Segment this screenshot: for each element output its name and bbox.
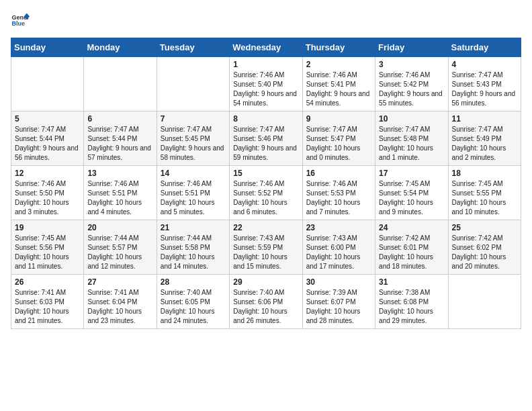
day-number: 27 <box>87 277 152 287</box>
day-info: Sunrise: 7:45 AM Sunset: 5:54 PM Dayligh… <box>379 179 444 217</box>
day-number: 12 <box>15 169 80 178</box>
day-number: 20 <box>87 223 152 232</box>
calendar-day-cell: 31Sunrise: 7:38 AM Sunset: 6:08 PM Dayli… <box>375 275 448 329</box>
day-number: 18 <box>452 169 517 178</box>
day-number: 29 <box>233 277 298 287</box>
calendar-day-cell: 16Sunrise: 7:46 AM Sunset: 5:53 PM Dayli… <box>302 166 375 220</box>
calendar-week-row: 12Sunrise: 7:46 AM Sunset: 5:50 PM Dayli… <box>11 166 521 220</box>
calendar-day-cell: 28Sunrise: 7:40 AM Sunset: 6:05 PM Dayli… <box>157 275 229 329</box>
calendar-week-row: 26Sunrise: 7:41 AM Sunset: 6:03 PM Dayli… <box>11 275 521 329</box>
day-info: Sunrise: 7:45 AM Sunset: 5:56 PM Dayligh… <box>15 234 80 271</box>
day-info: Sunrise: 7:47 AM Sunset: 5:43 PM Dayligh… <box>452 71 517 108</box>
day-number: 8 <box>233 114 298 124</box>
day-info: Sunrise: 7:46 AM Sunset: 5:51 PM Dayligh… <box>161 179 226 217</box>
logo: General Blue <box>11 11 32 30</box>
calendar-day-cell: 30Sunrise: 7:39 AM Sunset: 6:07 PM Dayli… <box>302 275 375 329</box>
calendar-day-cell: 17Sunrise: 7:45 AM Sunset: 5:54 PM Dayli… <box>375 166 448 220</box>
day-info: Sunrise: 7:46 AM Sunset: 5:42 PM Dayligh… <box>379 71 444 108</box>
day-info: Sunrise: 7:43 AM Sunset: 6:00 PM Dayligh… <box>306 234 371 271</box>
empty-day-cell <box>448 275 521 329</box>
day-number: 9 <box>306 114 371 124</box>
day-number: 4 <box>452 60 517 69</box>
calendar-day-cell: 24Sunrise: 7:42 AM Sunset: 6:01 PM Dayli… <box>375 220 448 275</box>
day-info: Sunrise: 7:47 AM Sunset: 5:48 PM Dayligh… <box>379 125 444 163</box>
calendar-day-cell: 2Sunrise: 7:46 AM Sunset: 5:41 PM Daylig… <box>302 57 375 111</box>
day-number: 3 <box>379 60 444 69</box>
calendar-day-cell: 25Sunrise: 7:42 AM Sunset: 6:02 PM Dayli… <box>448 220 521 275</box>
calendar-day-cell: 10Sunrise: 7:47 AM Sunset: 5:48 PM Dayli… <box>375 111 448 166</box>
logo-icon: General Blue <box>11 11 30 30</box>
day-number: 21 <box>161 223 226 232</box>
day-info: Sunrise: 7:46 AM Sunset: 5:52 PM Dayligh… <box>233 179 298 217</box>
calendar-day-cell: 15Sunrise: 7:46 AM Sunset: 5:52 PM Dayli… <box>230 166 302 220</box>
day-info: Sunrise: 7:45 AM Sunset: 5:55 PM Dayligh… <box>452 179 517 217</box>
calendar-day-cell: 27Sunrise: 7:41 AM Sunset: 6:04 PM Dayli… <box>84 275 157 329</box>
day-number: 23 <box>306 223 371 232</box>
calendar-day-cell: 23Sunrise: 7:43 AM Sunset: 6:00 PM Dayli… <box>302 220 375 275</box>
day-info: Sunrise: 7:46 AM Sunset: 5:51 PM Dayligh… <box>87 179 152 217</box>
svg-text:Blue: Blue <box>11 20 25 27</box>
calendar-day-cell: 6Sunrise: 7:47 AM Sunset: 5:44 PM Daylig… <box>84 111 157 166</box>
calendar-week-row: 1Sunrise: 7:46 AM Sunset: 5:40 PM Daylig… <box>11 57 521 111</box>
day-number: 19 <box>15 223 80 232</box>
calendar-day-cell: 19Sunrise: 7:45 AM Sunset: 5:56 PM Dayli… <box>11 220 84 275</box>
calendar-day-cell: 5Sunrise: 7:47 AM Sunset: 5:44 PM Daylig… <box>11 111 84 166</box>
calendar-day-cell: 29Sunrise: 7:40 AM Sunset: 6:06 PM Dayli… <box>230 275 302 329</box>
calendar-day-cell: 13Sunrise: 7:46 AM Sunset: 5:51 PM Dayli… <box>84 166 157 220</box>
day-number: 10 <box>379 114 444 124</box>
day-info: Sunrise: 7:46 AM Sunset: 5:53 PM Dayligh… <box>306 179 371 217</box>
day-info: Sunrise: 7:47 AM Sunset: 5:44 PM Dayligh… <box>87 125 152 163</box>
day-info: Sunrise: 7:40 AM Sunset: 6:06 PM Dayligh… <box>233 288 298 326</box>
day-info: Sunrise: 7:46 AM Sunset: 5:41 PM Dayligh… <box>306 71 371 108</box>
day-number: 22 <box>233 223 298 232</box>
weekday-header-tuesday: Tuesday <box>157 38 229 57</box>
empty-day-cell <box>11 57 84 111</box>
weekday-header-monday: Monday <box>84 38 157 57</box>
empty-day-cell <box>84 57 157 111</box>
weekday-header-wednesday: Wednesday <box>230 38 302 57</box>
day-number: 14 <box>161 169 226 178</box>
calendar-week-row: 5Sunrise: 7:47 AM Sunset: 5:44 PM Daylig… <box>11 111 521 166</box>
day-number: 30 <box>306 277 371 287</box>
calendar-day-cell: 21Sunrise: 7:44 AM Sunset: 5:58 PM Dayli… <box>157 220 229 275</box>
day-info: Sunrise: 7:41 AM Sunset: 6:03 PM Dayligh… <box>15 288 80 326</box>
day-number: 5 <box>15 114 80 124</box>
day-info: Sunrise: 7:47 AM Sunset: 5:45 PM Dayligh… <box>161 125 226 163</box>
day-number: 2 <box>306 60 371 69</box>
day-info: Sunrise: 7:47 AM Sunset: 5:46 PM Dayligh… <box>233 125 298 163</box>
weekday-header-sunday: Sunday <box>11 38 84 57</box>
day-info: Sunrise: 7:47 AM Sunset: 5:44 PM Dayligh… <box>15 125 80 163</box>
calendar-day-cell: 3Sunrise: 7:46 AM Sunset: 5:42 PM Daylig… <box>375 57 448 111</box>
calendar-day-cell: 11Sunrise: 7:47 AM Sunset: 5:49 PM Dayli… <box>448 111 521 166</box>
day-number: 31 <box>379 277 444 287</box>
calendar-day-cell: 9Sunrise: 7:47 AM Sunset: 5:47 PM Daylig… <box>302 111 375 166</box>
calendar-day-cell: 4Sunrise: 7:47 AM Sunset: 5:43 PM Daylig… <box>448 57 521 111</box>
day-number: 17 <box>379 169 444 178</box>
day-number: 16 <box>306 169 371 178</box>
calendar-table: SundayMondayTuesdayWednesdayThursdayFrid… <box>11 38 521 329</box>
empty-day-cell <box>157 57 229 111</box>
calendar-day-cell: 8Sunrise: 7:47 AM Sunset: 5:46 PM Daylig… <box>230 111 302 166</box>
day-number: 1 <box>233 60 298 69</box>
day-number: 28 <box>161 277 226 287</box>
weekday-header-row: SundayMondayTuesdayWednesdayThursdayFrid… <box>11 38 521 57</box>
day-info: Sunrise: 7:42 AM Sunset: 6:01 PM Dayligh… <box>379 234 444 271</box>
calendar-day-cell: 20Sunrise: 7:44 AM Sunset: 5:57 PM Dayli… <box>84 220 157 275</box>
calendar-day-cell: 18Sunrise: 7:45 AM Sunset: 5:55 PM Dayli… <box>448 166 521 220</box>
day-number: 25 <box>452 223 517 232</box>
day-info: Sunrise: 7:41 AM Sunset: 6:04 PM Dayligh… <box>87 288 152 326</box>
day-info: Sunrise: 7:39 AM Sunset: 6:07 PM Dayligh… <box>306 288 371 326</box>
calendar-day-cell: 14Sunrise: 7:46 AM Sunset: 5:51 PM Dayli… <box>157 166 229 220</box>
day-number: 15 <box>233 169 298 178</box>
day-info: Sunrise: 7:46 AM Sunset: 5:50 PM Dayligh… <box>15 179 80 217</box>
day-info: Sunrise: 7:38 AM Sunset: 6:08 PM Dayligh… <box>379 288 444 326</box>
calendar-day-cell: 7Sunrise: 7:47 AM Sunset: 5:45 PM Daylig… <box>157 111 229 166</box>
calendar-day-cell: 22Sunrise: 7:43 AM Sunset: 5:59 PM Dayli… <box>230 220 302 275</box>
day-info: Sunrise: 7:47 AM Sunset: 5:47 PM Dayligh… <box>306 125 371 163</box>
day-number: 24 <box>379 223 444 232</box>
day-number: 6 <box>87 114 152 124</box>
day-number: 13 <box>87 169 152 178</box>
day-info: Sunrise: 7:42 AM Sunset: 6:02 PM Dayligh… <box>452 234 517 271</box>
weekday-header-saturday: Saturday <box>448 38 521 57</box>
day-number: 11 <box>452 114 517 124</box>
